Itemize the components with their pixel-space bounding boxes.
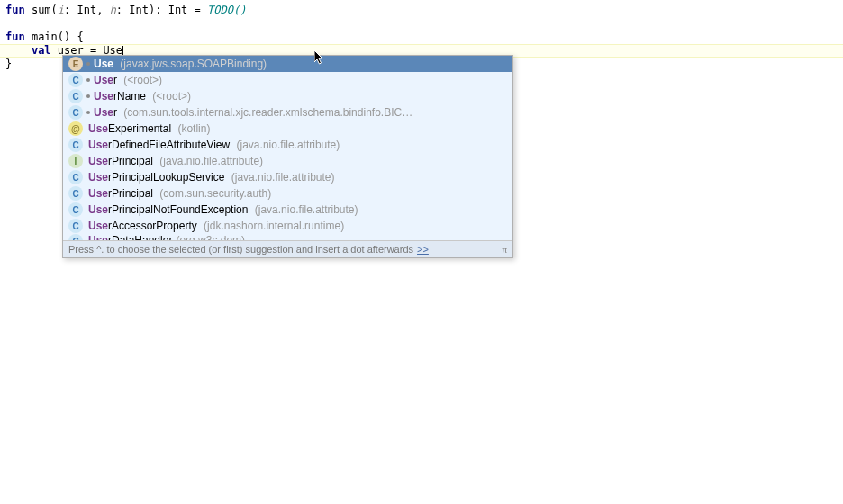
fn-name: main() { <box>25 31 84 43</box>
keyword-fun: fun <box>5 4 25 16</box>
class-icon: C <box>68 219 83 233</box>
autocomplete-label: UserDataHandler(org.w3c.dom) <box>88 234 507 240</box>
autocomplete-label: User (<root>) <box>94 74 507 86</box>
autocomplete-label: UserAccessorProperty (jdk.nashorn.intern… <box>88 220 507 232</box>
autocomplete-item-partial[interactable]: C UserDataHandler(org.w3c.dom) <box>63 234 512 240</box>
class-icon: C <box>68 89 83 104</box>
autocomplete-label: UserPrincipal (java.nio.file.attribute) <box>88 155 507 167</box>
footer-hint: Press ^. to choose the selected (or firs… <box>68 244 413 255</box>
fn-name: sum( <box>25 4 58 16</box>
keyword-fun: fun <box>5 31 25 43</box>
autocomplete-list: EUse (javax.jws.soap.SOAPBinding)CUser (… <box>63 56 512 234</box>
autocomplete-item[interactable]: CUserName (<root>) <box>63 88 512 104</box>
indent <box>5 44 32 57</box>
param-1: i <box>58 4 64 16</box>
pin-icon <box>86 94 90 98</box>
type-1: : Int, <box>64 4 110 16</box>
autocomplete-label: Use (javax.jws.soap.SOAPBinding) <box>94 58 507 70</box>
autocomplete-item[interactable]: CUserAccessorProperty (jdk.nashorn.inter… <box>63 218 512 234</box>
class-icon: C <box>68 138 83 152</box>
pi-icon[interactable]: π <box>502 244 507 255</box>
pin-icon <box>86 62 90 66</box>
autocomplete-label: UserPrincipal (com.sun.security.auth) <box>88 187 507 200</box>
code-line-1[interactable]: fun sum(i: Int, h: Int): Int = TODO() <box>5 4 838 17</box>
code-line-2[interactable] <box>5 17 838 31</box>
autocomplete-popup[interactable]: EUse (javax.jws.soap.SOAPBinding)CUser (… <box>62 55 513 258</box>
todo-call: TODO() <box>207 4 246 16</box>
autocomplete-item[interactable]: CUser (<root>) <box>63 72 512 88</box>
type-2: : Int): Int = <box>116 4 207 16</box>
autocomplete-label: UserDefinedFileAttributeView (java.nio.f… <box>88 139 507 151</box>
pin-icon <box>86 111 90 114</box>
interface-icon: I <box>68 154 83 168</box>
autocomplete-label: UserPrincipalLookupService (java.nio.fil… <box>88 171 507 184</box>
class-icon: C <box>68 170 83 184</box>
autocomplete-label: User (com.sun.tools.internal.xjc.reader.… <box>94 106 507 119</box>
class-icon: C <box>68 73 83 87</box>
autocomplete-item[interactable]: CUserPrincipalNotFoundException (java.ni… <box>63 202 512 218</box>
autocomplete-footer: Press ^. to choose the selected (or firs… <box>63 240 512 257</box>
autocomplete-item[interactable]: @UseExperimental (kotlin) <box>63 121 512 137</box>
code-line-3[interactable]: fun main() { <box>5 31 838 44</box>
pin-icon <box>86 78 90 82</box>
autocomplete-label: UserPrincipalNotFoundException (java.nio… <box>88 203 507 216</box>
autocomplete-label: UseExperimental (kotlin) <box>88 122 507 135</box>
autocomplete-label: UserName (<root>) <box>94 90 507 103</box>
enum-icon: E <box>68 57 83 71</box>
class-icon: C <box>68 234 83 240</box>
param-2: h <box>110 4 116 16</box>
autocomplete-item[interactable]: CUserPrincipalLookupService (java.nio.fi… <box>63 169 512 185</box>
brace-close: } <box>5 58 12 70</box>
annotation-icon: @ <box>68 122 83 136</box>
more-link[interactable]: >> <box>417 244 429 255</box>
autocomplete-item[interactable]: CUser (com.sun.tools.internal.xjc.reader… <box>63 104 512 121</box>
class-icon: C <box>68 186 83 201</box>
class-icon: C <box>68 202 83 217</box>
keyword-val: val <box>32 44 51 57</box>
autocomplete-item[interactable]: CUserDefinedFileAttributeView (java.nio.… <box>63 137 512 153</box>
autocomplete-item[interactable]: IUserPrincipal (java.nio.file.attribute) <box>63 153 512 169</box>
autocomplete-item[interactable]: CUserPrincipal (com.sun.security.auth) <box>63 185 512 202</box>
class-icon: C <box>68 105 83 120</box>
autocomplete-item[interactable]: EUse (javax.jws.soap.SOAPBinding) <box>63 56 512 72</box>
